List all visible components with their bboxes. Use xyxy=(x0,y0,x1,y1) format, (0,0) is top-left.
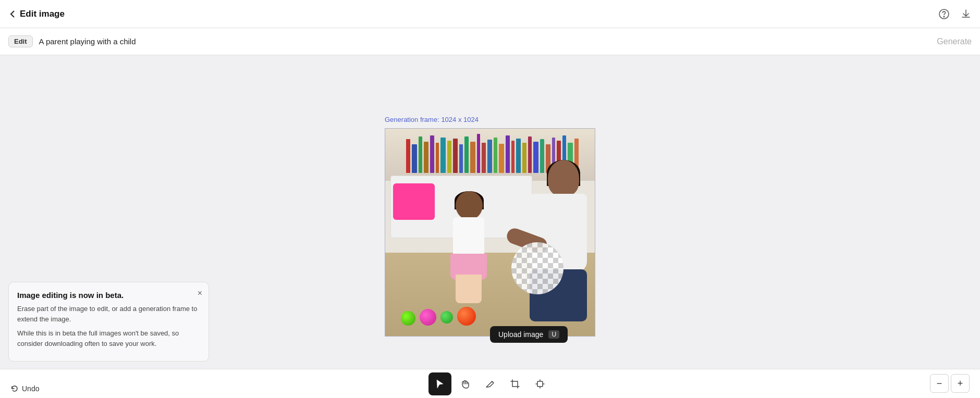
beta-close-button[interactable]: × xyxy=(198,289,202,298)
edit-badge: Edit xyxy=(8,35,33,47)
extend-tool-button[interactable] xyxy=(529,372,552,395)
ball-green xyxy=(401,311,415,326)
ball-green2 xyxy=(440,311,453,324)
prompt-bar: Edit A parent playing with a child Gener… xyxy=(0,28,980,55)
child-figure xyxy=(443,191,495,306)
page-title: Edit image xyxy=(20,9,938,19)
pillow xyxy=(393,183,435,220)
crop-tool-button[interactable] xyxy=(504,372,526,395)
upload-shortcut: U xyxy=(548,330,559,339)
ball-orange xyxy=(457,307,476,326)
help-button[interactable] xyxy=(938,8,950,20)
undo-label: Undo xyxy=(22,384,39,393)
back-button[interactable] xyxy=(8,9,18,19)
zoom-in-button[interactable]: + xyxy=(951,374,970,393)
hand-tool-button[interactable] xyxy=(454,372,476,395)
generate-button[interactable]: Generate xyxy=(937,37,972,46)
top-bar: Edit image xyxy=(0,0,980,28)
mother-head xyxy=(548,160,579,196)
bottom-toolbar: Undo − + xyxy=(0,369,980,398)
photo-content xyxy=(385,129,595,336)
select-tool-button[interactable] xyxy=(428,372,451,395)
top-icons xyxy=(938,8,972,20)
child-head xyxy=(456,191,483,220)
undo-button[interactable]: Undo xyxy=(10,384,39,393)
svg-rect-2 xyxy=(537,381,543,387)
beta-warning: While this is in beta the full images wo… xyxy=(17,328,200,349)
zoom-controls: − + xyxy=(930,374,970,393)
eraser-tool-button[interactable] xyxy=(479,372,501,395)
child-body xyxy=(453,217,484,259)
mother-figure xyxy=(517,160,590,327)
image-container xyxy=(385,128,595,337)
child-legs xyxy=(456,275,482,303)
beta-description: Erase part of the image to edit, or add … xyxy=(17,304,200,324)
svg-point-1 xyxy=(944,16,945,17)
download-button[interactable] xyxy=(960,8,972,20)
ball-pink xyxy=(420,309,436,326)
zoom-out-button[interactable]: − xyxy=(930,374,949,393)
prompt-text: A parent playing with a child xyxy=(39,37,931,46)
balls xyxy=(401,307,476,326)
erased-area xyxy=(511,242,564,294)
upload-tooltip-label: Upload image xyxy=(498,330,543,339)
beta-title: Image editing is now in beta. xyxy=(17,291,200,300)
generation-frame-label: Generation frame: 1024 x 1024 xyxy=(385,116,479,123)
beta-notice: Image editing is now in beta. Erase part… xyxy=(8,282,209,362)
upload-tooltip: Upload image U xyxy=(490,326,568,343)
